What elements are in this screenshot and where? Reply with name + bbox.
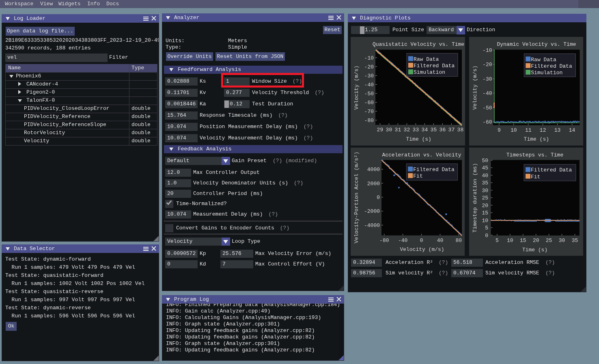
svg-text:-70: -70 [364, 109, 374, 115]
svg-text:Quasistatic Velocity vs. Time: Quasistatic Velocity vs. Time [373, 41, 464, 47]
svg-text:Time (s): Time (s) [406, 136, 431, 142]
svg-text:Time (s): Time (s) [522, 247, 547, 253]
svg-text:0: 0 [420, 238, 423, 244]
svg-text:15: 15 [482, 210, 488, 216]
svg-text:-40: -40 [398, 238, 407, 244]
svg-text:Raw Data: Raw Data [414, 56, 439, 62]
svg-text:25: 25 [546, 238, 552, 244]
svg-text:20: 20 [533, 238, 539, 244]
svg-text:Filtered Data: Filtered Data [531, 63, 572, 69]
svg-text:Velocity (m/s): Velocity (m/s) [353, 65, 360, 109]
svg-text:Velocity (m/s): Velocity (m/s) [400, 246, 444, 253]
svg-text:15: 15 [520, 238, 526, 244]
svg-text:Raw Data: Raw Data [531, 57, 556, 63]
svg-text:-80: -80 [364, 118, 374, 124]
svg-text:31: 31 [395, 127, 401, 133]
svg-text:30: 30 [482, 188, 488, 194]
svg-text:29: 29 [377, 127, 384, 133]
svg-text:Velocity (m/s): Velocity (m/s) [472, 65, 478, 109]
svg-text:2000: 2000 [367, 181, 380, 187]
svg-text:-80: -80 [379, 238, 389, 244]
svg-text:35: 35 [431, 127, 437, 133]
svg-text:4000: 4000 [367, 167, 380, 173]
svg-text:-60: -60 [364, 100, 374, 106]
svg-text:Velocity-Portion Accel (m/s²): Velocity-Portion Accel (m/s²) [353, 152, 360, 243]
svg-text:10: 10 [482, 218, 488, 224]
svg-text:0: 0 [485, 233, 488, 239]
svg-text:-10: -10 [364, 55, 374, 61]
svg-text:50: 50 [482, 158, 488, 164]
svg-text:-50: -50 [483, 105, 492, 111]
svg-text:14: 14 [569, 127, 575, 133]
svg-text:35: 35 [572, 238, 578, 244]
svg-text:20: 20 [482, 203, 488, 209]
svg-text:13: 13 [554, 127, 561, 133]
svg-text:Acceleration vs. Velocity: Acceleration vs. Velocity [382, 152, 461, 158]
svg-text:9: 9 [498, 127, 501, 133]
svg-text:-40: -40 [483, 90, 492, 96]
svg-text:-4000: -4000 [364, 223, 380, 229]
svg-text:38: 38 [457, 127, 464, 133]
svg-text:32: 32 [404, 127, 410, 133]
svg-text:-30: -30 [483, 76, 492, 82]
svg-text:11: 11 [525, 127, 532, 133]
svg-text:-40: -40 [364, 82, 374, 88]
svg-text:Fit: Fit [531, 174, 540, 180]
svg-text:-10: -10 [483, 47, 492, 54]
svg-text:30: 30 [386, 127, 392, 133]
svg-text:33: 33 [413, 127, 419, 133]
svg-text:-50: -50 [364, 91, 374, 97]
svg-text:10: 10 [511, 127, 517, 133]
svg-text:Fit: Fit [413, 173, 422, 179]
svg-text:5: 5 [485, 225, 488, 231]
svg-text:25: 25 [482, 195, 488, 201]
svg-text:35: 35 [482, 180, 488, 186]
svg-text:-20: -20 [483, 62, 492, 68]
svg-text:-20: -20 [364, 64, 374, 70]
svg-text:45: 45 [482, 165, 488, 171]
svg-text:34: 34 [422, 127, 428, 133]
svg-text:36: 36 [440, 127, 446, 133]
svg-text:0: 0 [377, 195, 380, 201]
svg-text:80: 80 [456, 238, 462, 244]
svg-text:5: 5 [496, 238, 499, 244]
svg-text:-30: -30 [364, 73, 374, 79]
svg-text:Time (s): Time (s) [524, 136, 549, 142]
svg-text:Filtered Data: Filtered Data [531, 167, 572, 173]
svg-text:Filtered Data: Filtered Data [413, 167, 455, 173]
svg-text:Dynamic Velocity vs. Time: Dynamic Velocity vs. Time [497, 41, 576, 47]
svg-text:10: 10 [507, 238, 513, 244]
svg-text:-60: -60 [483, 119, 492, 125]
svg-text:40: 40 [437, 238, 444, 244]
svg-text:Timestep duration (ms): Timestep duration (ms) [472, 163, 478, 233]
svg-text:Filtered Data: Filtered Data [414, 63, 455, 69]
svg-text:Simulation: Simulation [414, 69, 445, 75]
svg-text:-2000: -2000 [364, 208, 380, 214]
svg-text:40: 40 [482, 173, 488, 179]
svg-text:12: 12 [540, 127, 546, 133]
svg-text:Simulation: Simulation [531, 70, 562, 76]
svg-text:Timesteps vs. Time: Timesteps vs. Time [506, 152, 563, 158]
svg-text:30: 30 [559, 238, 565, 244]
svg-text:37: 37 [448, 127, 455, 133]
